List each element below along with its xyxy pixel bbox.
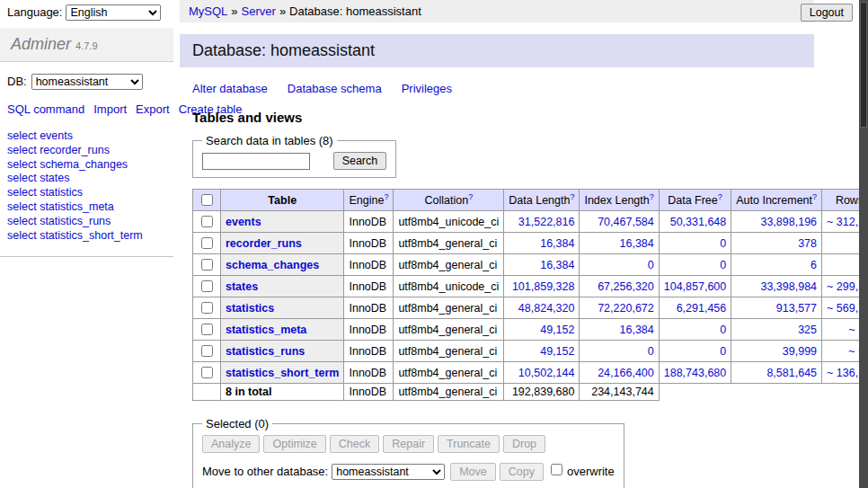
data-length-link[interactable]: 10,502,144 bbox=[518, 367, 575, 379]
db-select[interactable]: homeassistant bbox=[31, 74, 143, 90]
table-name-link[interactable]: statistics bbox=[226, 302, 274, 315]
language-select[interactable]: English bbox=[66, 4, 161, 21]
search-input[interactable] bbox=[202, 153, 310, 170]
table-name-link[interactable]: statistics_meta bbox=[226, 324, 306, 336]
data-length-link[interactable]: 48,824,320 bbox=[518, 302, 575, 315]
scrollbar-thumb[interactable] bbox=[860, 2, 867, 128]
table-name-link[interactable]: statistics_runs bbox=[226, 345, 305, 358]
index-length-link[interactable]: 0 bbox=[648, 259, 654, 271]
data-free-link[interactable]: 0 bbox=[720, 259, 726, 271]
search-button[interactable]: Search bbox=[333, 152, 387, 170]
bulk-analyze-button[interactable]: Analyze bbox=[202, 435, 260, 453]
db-nav-link[interactable]: Database schema bbox=[288, 82, 382, 95]
data-free-link[interactable]: 188,743,680 bbox=[664, 367, 727, 379]
table-name-link[interactable]: recorder_runs bbox=[226, 237, 302, 250]
auto-increment-cell: 33,398,984 bbox=[731, 276, 822, 297]
data-free-link[interactable]: 6,291,456 bbox=[677, 302, 727, 315]
app-name-link[interactable]: Adminer bbox=[11, 35, 71, 53]
copy-button[interactable]: Copy bbox=[500, 463, 544, 481]
auto-increment-link[interactable]: 39,999 bbox=[783, 345, 817, 358]
bulk-optimize-button[interactable]: Optimize bbox=[263, 435, 325, 453]
data-length-link[interactable]: 101,859,328 bbox=[512, 280, 575, 293]
auto-increment-link[interactable]: 33,398,984 bbox=[760, 280, 817, 293]
index-length-link[interactable]: 24,166,400 bbox=[598, 367, 654, 379]
breadcrumb-server-link[interactable]: Server bbox=[242, 4, 276, 18]
help-link[interactable]: ? bbox=[384, 192, 388, 201]
sidebar-table-link[interactable]: select states bbox=[7, 172, 166, 186]
sidebar-action-link[interactable]: Export bbox=[136, 102, 170, 116]
row-checkbox[interactable] bbox=[201, 345, 213, 357]
index-length-link[interactable]: 16,384 bbox=[620, 324, 654, 336]
data-free-link[interactable]: 50,331,648 bbox=[670, 216, 727, 228]
sidebar-table-link[interactable]: select events bbox=[7, 129, 166, 144]
sidebar-table-links: select eventsselect recorder_runsselect … bbox=[0, 119, 173, 257]
table-row: statisticsInnoDButf8mb4_general_ci48,824… bbox=[193, 297, 868, 319]
data-length-cell: 49,152 bbox=[504, 341, 580, 362]
sidebar-table-link[interactable]: select schema_changes bbox=[7, 158, 166, 173]
row-checkbox[interactable] bbox=[201, 302, 213, 314]
auto-increment-link[interactable]: 33,898,196 bbox=[760, 216, 817, 228]
data-length-link[interactable]: 16,384 bbox=[540, 237, 574, 250]
sidebar-action-link[interactable]: SQL command bbox=[7, 102, 84, 116]
data-free-link[interactable]: 0 bbox=[720, 237, 726, 250]
row-checkbox[interactable] bbox=[201, 280, 213, 292]
logout-button[interactable]: Logout bbox=[801, 4, 853, 22]
db-selector-row: DB:homeassistant bbox=[0, 62, 173, 90]
auto-increment-link[interactable]: 325 bbox=[798, 324, 817, 336]
bulk-check-button[interactable]: Check bbox=[330, 435, 379, 453]
data-length-link[interactable]: 16,384 bbox=[540, 259, 574, 271]
sidebar-action-link[interactable]: Import bbox=[93, 102, 127, 116]
auto-increment-link[interactable]: 378 bbox=[798, 237, 817, 250]
data-free-cell: 0 bbox=[659, 233, 731, 254]
bulk-truncate-button[interactable]: Truncate bbox=[438, 435, 500, 453]
help-link[interactable]: ? bbox=[718, 192, 722, 201]
data-free-cell: 104,857,600 bbox=[659, 276, 731, 297]
data-length-link[interactable]: 49,152 bbox=[540, 345, 574, 358]
index-length-link[interactable]: 16,384 bbox=[620, 237, 654, 250]
app-version-link[interactable]: 4.7.9 bbox=[75, 40, 97, 51]
table-name-link[interactable]: statistics_short_term bbox=[226, 367, 339, 379]
db-nav-link[interactable]: Alter database bbox=[192, 82, 268, 95]
sidebar-table-link[interactable]: select statistics_meta bbox=[7, 200, 166, 215]
row-checkbox[interactable] bbox=[201, 324, 213, 335]
table-name-link[interactable]: states bbox=[226, 280, 258, 293]
index-length-link[interactable]: 72,220,672 bbox=[598, 302, 654, 315]
move-db-select[interactable]: homeassistant bbox=[332, 464, 445, 480]
auto-increment-link[interactable]: 6 bbox=[810, 259, 817, 271]
bulk-repair-button[interactable]: Repair bbox=[383, 435, 434, 453]
sidebar-table-link[interactable]: select statistics bbox=[7, 186, 166, 200]
index-length-link[interactable]: 0 bbox=[648, 345, 654, 358]
auto-increment-link[interactable]: 8,581,645 bbox=[766, 367, 817, 379]
auto-increment-cell: 39,999 bbox=[731, 341, 822, 362]
sidebar-table-link[interactable]: select recorder_runs bbox=[7, 144, 166, 158]
index-length-link[interactable]: 70,467,584 bbox=[598, 216, 654, 228]
auto-increment-link[interactable]: 913,577 bbox=[776, 302, 817, 315]
bulk-drop-button[interactable]: Drop bbox=[503, 435, 545, 453]
help-link[interactable]: ? bbox=[468, 192, 473, 201]
data-free-link[interactable]: 0 bbox=[720, 324, 726, 336]
help-link[interactable]: ? bbox=[812, 192, 817, 201]
data-length-link[interactable]: 49,152 bbox=[540, 324, 574, 336]
db-label: DB: bbox=[7, 75, 27, 88]
overwrite-checkbox[interactable] bbox=[551, 464, 562, 475]
sidebar-table-link[interactable]: select statistics_runs bbox=[7, 215, 166, 229]
row-checkbox[interactable] bbox=[201, 216, 213, 227]
row-checkbox[interactable] bbox=[201, 259, 213, 271]
select-all-checkbox[interactable] bbox=[201, 194, 213, 206]
table-name-link[interactable]: events bbox=[226, 216, 261, 228]
data-length-link[interactable]: 31,522,816 bbox=[518, 216, 575, 228]
help-link[interactable]: ? bbox=[650, 192, 654, 201]
breadcrumb-mysql-link[interactable]: MySQL bbox=[189, 4, 227, 18]
db-nav-link[interactable]: Privileges bbox=[402, 82, 452, 95]
move-button[interactable]: Move bbox=[450, 463, 496, 481]
help-link[interactable]: ? bbox=[570, 192, 574, 201]
data-free-link[interactable]: 0 bbox=[720, 345, 726, 358]
data-free-link[interactable]: 104,857,600 bbox=[664, 280, 727, 293]
row-checkbox[interactable] bbox=[201, 237, 213, 249]
page-scrollbar[interactable] bbox=[859, 0, 868, 488]
data-length-cell: 10,502,144 bbox=[504, 362, 580, 384]
sidebar-table-link[interactable]: select statistics_short_term bbox=[7, 229, 166, 244]
index-length-link[interactable]: 67,256,320 bbox=[598, 280, 654, 293]
table-name-link[interactable]: schema_changes bbox=[226, 259, 319, 271]
row-checkbox[interactable] bbox=[201, 367, 213, 378]
